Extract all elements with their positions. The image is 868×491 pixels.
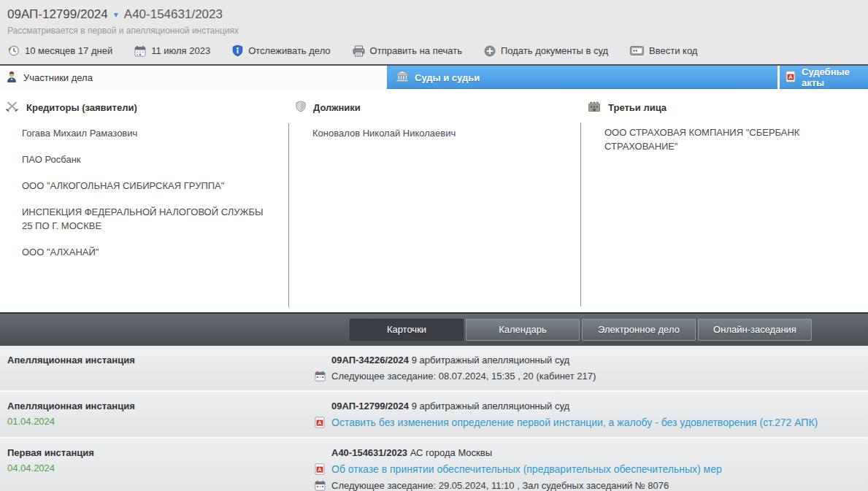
track-case-button[interactable]: Отслеживать дело xyxy=(232,45,330,57)
debtors-header: Должники xyxy=(288,89,580,123)
row-case-number: 09АП-12799/2024 xyxy=(331,401,409,411)
view-tab-online-hearings[interactable]: Онлайн-заседания xyxy=(698,319,812,341)
pdf-icon[interactable]: A xyxy=(315,417,325,433)
main-tabs: Участники дела Суды и судьи xyxy=(0,64,868,89)
calendar-icon xyxy=(134,45,146,57)
history-clock-icon xyxy=(7,45,20,57)
castle-icon xyxy=(588,101,601,114)
row-case-number: А40-154631/2023 xyxy=(331,447,407,458)
next-hearing: Следующее заседание: 08.07.2024, 15:35 ,… xyxy=(331,371,596,382)
related-case-number[interactable]: А40-154631/2023 xyxy=(124,7,223,22)
chevron-down-icon[interactable]: ▾ xyxy=(114,9,118,20)
participant-item: Гогава Михаил Рамазович xyxy=(22,126,274,140)
row-court-name: АС города Москвы xyxy=(410,447,492,458)
participant-item: ИНСПЕКЦИЯ ФЕДЕРАЛЬНОЙ НАЛОГОВОЙ СЛУЖБЫ 2… xyxy=(22,205,274,233)
creditors-title: Кредиторы (заявители) xyxy=(26,102,137,113)
instance-row-appeal-34226: Апелляционная инстанция 09АП-34226/2024 … xyxy=(0,346,868,392)
case-number: 09АП-12799/2024 xyxy=(7,7,108,22)
view-tab-calendar[interactable]: Календарь xyxy=(466,319,580,341)
row-case-number: 09АП-34226/2024 xyxy=(331,355,409,366)
case-duration: 10 месяцев 17 дней xyxy=(7,45,112,57)
instance-label: Апелляционная инстанция 01.04.2024 xyxy=(0,398,162,431)
crossed-swords-icon xyxy=(6,101,19,115)
instance-row-appeal-12799: Апелляционная инстанция 01.04.2024 09АП-… xyxy=(0,392,868,438)
creditors-column: Кредиторы (заявители) Гогава Михаил Рама… xyxy=(0,89,288,312)
view-tab-electronic-case[interactable]: Электронное дело xyxy=(582,319,696,341)
case-subtitle: Рассматривается в первой и апелляционной… xyxy=(7,26,868,36)
third-parties-header: Третьи лица xyxy=(580,89,868,123)
participant-item: ООО СТРАХОВАЯ КОМПАНИЯ "СБЕРБАНК СТРАХОВ… xyxy=(604,125,823,153)
calendar-icon xyxy=(315,480,326,491)
calendar-icon xyxy=(315,371,326,387)
code-input-icon xyxy=(630,46,644,55)
debtors-title: Должники xyxy=(313,102,361,113)
case-line: 09АП-12799/2024 9 арбитражный апелляцион… xyxy=(162,398,868,414)
instance-label: Апелляционная инстанция xyxy=(0,352,162,384)
plus-circle-icon xyxy=(484,45,496,57)
third-parties-list: ООО СТРАХОВАЯ КОМПАНИЯ "СБЕРБАНК СТРАХОВ… xyxy=(580,123,868,306)
tab-judicial-acts-label: Судебные акты xyxy=(802,66,868,88)
participants-section: Кредиторы (заявители) Гогава Михаил Рама… xyxy=(0,89,868,312)
instance-date: 04.04.2024 xyxy=(7,460,162,476)
svg-text:A: A xyxy=(788,74,793,80)
tab-courts[interactable]: Суды и судьи xyxy=(387,66,777,89)
instance-date: 01.04.2024 xyxy=(7,414,162,429)
case-toolbar: 10 месяцев 17 дней 1 xyxy=(7,45,868,57)
svg-text:A: A xyxy=(318,420,322,426)
person-icon xyxy=(6,71,18,85)
court-building-icon xyxy=(396,71,409,84)
creditors-header: Кредиторы (заявители) xyxy=(0,89,288,123)
case-line: 09АП-34226/2024 9 арбитражный апелляцион… xyxy=(162,352,868,368)
case-page: 09АП-12799/2024 ▾ А40-154631/2023 Рассма… xyxy=(0,0,868,491)
instances-list: Апелляционная инстанция 09АП-34226/2024 … xyxy=(0,346,868,491)
tab-judicial-acts[interactable]: A Судебные акты xyxy=(780,66,868,89)
tab-courts-label: Суды и судьи xyxy=(415,72,480,83)
view-tab-cards[interactable]: Карточки xyxy=(350,319,464,341)
shield-icon xyxy=(296,101,306,115)
instance-row-first-154631: Первая инстанция 04.04.2024 А40-154631/2… xyxy=(0,438,868,491)
debtors-column: Должники Коновалов Николай Николаевич xyxy=(288,89,580,312)
hearing-line: Следующее заседание: 29.05.2024, 11:10 ,… xyxy=(162,478,868,491)
view-switch-bar: Карточки Календарь Электронное дело Онла… xyxy=(0,312,868,346)
submit-documents-button[interactable]: Подать документы в суд xyxy=(484,45,608,57)
participant-item: ПАО Росбанк xyxy=(22,152,274,166)
third-parties-column: Третьи лица ООО СТРАХОВАЯ КОМПАНИЯ "СБЕР… xyxy=(580,89,868,312)
svg-text:A: A xyxy=(318,466,322,473)
row-court-name: 9 арбитражный апелляционный суд xyxy=(412,355,569,366)
instance-label: Первая инстанция 04.04.2024 xyxy=(0,445,162,491)
printer-icon xyxy=(353,45,365,57)
participant-item: ООО "АЛКОГОЛЬНАЯ СИБИРСКАЯ ГРУППА" xyxy=(22,179,274,193)
act-line: A Об отказе в принятии обеспечительных (… xyxy=(162,461,868,478)
case-line: А40-154631/2023 АС города Москвы xyxy=(162,445,868,461)
pdf-icon: A xyxy=(786,71,796,85)
judicial-act-link[interactable]: Оставить без изменения определение перво… xyxy=(331,417,818,428)
tab-participants[interactable]: Участники дела xyxy=(0,66,387,89)
participant-item: Коновалов Николай Николаевич xyxy=(312,126,566,140)
debtors-list: Коновалов Николай Николаевич xyxy=(288,123,580,307)
shield-track-icon xyxy=(232,45,243,57)
third-parties-title: Третьи лица xyxy=(608,102,667,113)
participant-item: ООО "АЛХАНАЙ" xyxy=(22,245,274,259)
row-court-name: 9 арбитражный апелляционный суд xyxy=(412,401,569,411)
act-line: A Оставить без изменения определение пер… xyxy=(162,414,868,431)
hearing-line: Следующее заседание: 08.07.2024, 15:35 ,… xyxy=(162,368,868,384)
case-header: 09АП-12799/2024 ▾ А40-154631/2023 Рассма… xyxy=(0,0,868,64)
tab-participants-label: Участники дела xyxy=(23,72,93,83)
creditors-list: Гогава Михаил Рамазович ПАО Росбанк ООО … xyxy=(0,123,288,307)
next-hearing: Следующее заседание: 29.05.2024, 11:10 ,… xyxy=(331,480,669,491)
print-button[interactable]: Отправить на печать xyxy=(353,45,462,57)
judicial-act-link[interactable]: Об отказе в принятии обеспечительных (пр… xyxy=(331,463,722,475)
case-start-date: 11 июля 2023 xyxy=(134,45,210,57)
case-title-row: 09АП-12799/2024 ▾ А40-154631/2023 xyxy=(7,7,868,22)
enter-code-button[interactable]: Ввести код xyxy=(630,45,697,56)
